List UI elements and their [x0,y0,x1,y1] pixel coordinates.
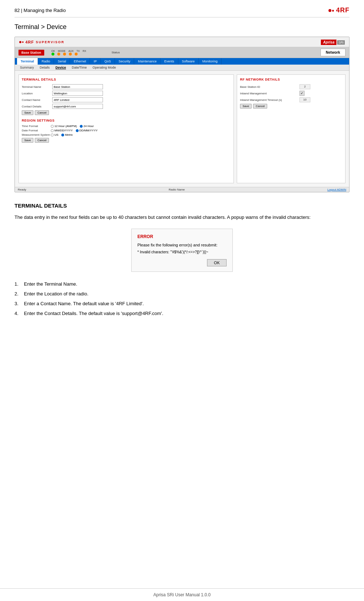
time-format-row: Time Format 12 Hour (AM/PM) 24 Hour [22,124,231,128]
nav-tab-events[interactable]: Events [161,58,178,65]
sup-logo-sub: SUPERVISOR [36,40,65,44]
status-bar: Ready Radio Name Logout ADMIN [15,187,349,192]
nav-tab-software[interactable]: Software [178,58,199,65]
base-station-button[interactable]: Base Station [18,50,44,56]
terminal-cancel-button[interactable]: Cancel [35,110,49,115]
sub-tab-details[interactable]: Details [37,65,53,70]
base-station-id-row: Base Station ID 2 [240,84,342,89]
page-footer: Aprisa SRi User Manual 1.0.0 [0,588,364,601]
logo-text: 4RF [336,7,349,14]
supervisor-header: 4RF SUPERVISOR AprisaSRi [15,37,349,47]
sub-tab-datetime[interactable]: Date/Time [69,65,90,70]
nav-tab-terminal[interactable]: Terminal [17,58,38,65]
footer-text: Aprisa SRi User Manual 1.0.0 [153,592,211,597]
mode-light [57,53,60,56]
contact-details-label: Contact Details [22,105,51,108]
network-tab-header: Network [320,49,346,56]
error-message: Please fix the following error(s) and re… [137,242,227,248]
page-title: Terminal > Device [15,23,349,31]
contact-name-row: Contact Name [22,97,231,102]
inband-mgmt-row: Inband Management ✓ [240,91,342,96]
sub-tab-device[interactable]: Device [53,65,69,70]
nav-tab-ip[interactable]: IP [90,58,101,65]
aprisa-badge: AprisaSRi [321,39,345,45]
measurement-row: Measurement System US Metric [22,133,231,136]
list-item: 3. Enter a Contact Name. The default val… [15,300,349,308]
terminal-details-title: TERMINAL DETAILS [22,78,231,81]
inband-timeout-row: Inband Management Timeout (s) 10 [240,97,342,102]
rf-save-button[interactable]: Save [240,104,252,109]
date-format-row: Date Format MM/DD/YYYY DD/MM/YYYY [22,129,231,132]
status-labels: OK MODE AUX TX RX [51,50,86,52]
sub-tab-summary[interactable]: Summary [17,65,37,70]
inband-timeout-label: Inband Management Timeout (s) [240,98,298,102]
nav-tab-qos[interactable]: QoS [101,58,115,65]
radio-metric-circle [61,134,64,136]
region-cancel-button[interactable]: Cancel [35,138,49,143]
logo-4rf: 4RF [328,7,349,14]
contact-details-row: Contact Details [22,104,231,109]
tx-light [69,53,72,56]
region-btn-row: Save Cancel [22,138,231,143]
nav-tab-security[interactable]: Security [115,58,135,65]
inband-mgmt-checkbox[interactable]: ✓ [299,91,305,96]
nav-tab-radio[interactable]: Radio [38,58,54,65]
inband-timeout-value: 10 [299,97,310,102]
radio-us-circle [51,134,54,136]
sri-label: SRi [337,40,345,45]
location-label: Location [22,92,51,95]
error-detail: * Invalid characters: '"#$%&')(*/:<=>?][… [137,250,227,254]
measurement-us[interactable]: US [51,133,58,136]
radio-12h-circle [51,125,54,128]
nav-tabs: Terminal Radio Serial Ethernet IP QoS Se… [15,58,349,65]
sub-tab-operating-mode[interactable]: Operating Mode [90,65,119,70]
measurement-options: US Metric [51,133,73,136]
screenshot-box: 4RF SUPERVISOR AprisaSRi Base Station OK… [15,37,349,192]
time-format-label: Time Format [22,124,51,128]
nav-tab-maintenance[interactable]: Maintenance [134,58,161,65]
rf-cancel-button[interactable]: Cancel [253,104,267,109]
supervisor-logo: 4RF SUPERVISOR [19,40,65,44]
region-save-button[interactable]: Save [22,138,33,143]
list-item: 1. Enter the Terminal Name. [15,281,349,288]
terminal-name-label: Terminal Name [22,85,51,89]
list-item: 4. Enter the Contact Details. The defaul… [15,310,349,318]
date-format-mdy[interactable]: MM/DD/YYYY [51,129,73,132]
instructions-list: 1. Enter the Terminal Name. 2. Enter the… [15,281,349,317]
region-settings-title: REGION SETTINGS [22,119,231,122]
contact-details-input[interactable] [52,104,103,109]
time-format-24h[interactable]: 24 Hour [80,124,94,128]
terminal-name-input[interactable] [52,84,103,89]
content-area: TERMINAL DETAILS Terminal Name Location … [15,71,349,187]
base-station-id-label: Base Station ID [240,85,298,89]
date-format-options: MM/DD/YYYY DD/MM/YYYY [51,129,98,132]
station-bar: Base Station OK MODE AUX TX RX Status [15,47,349,58]
nav-tab-ethernet[interactable]: Ethernet [70,58,90,65]
status-indicators: OK MODE AUX TX RX [51,50,86,56]
logout-link[interactable]: Logout ADMIN [327,188,346,191]
aprisa-label: Aprisa [321,40,336,45]
rf-network-title: RF NETWORK DETAILS [240,78,342,81]
date-format-label: Date Format [22,129,51,132]
nav-tab-serial[interactable]: Serial [54,58,70,65]
error-ok-button[interactable]: OK [207,259,227,266]
ok-light [51,53,54,56]
measurement-label: Measurement System [22,133,51,136]
rf-btn-row: Save Cancel [240,104,342,109]
terminal-save-button[interactable]: Save [22,110,33,115]
status-word: Status [112,51,120,54]
right-panel: RF NETWORK DETAILS Base Station ID 2 Inb… [237,74,346,183]
location-row: Location [22,91,231,96]
radio-name-label: Radio Name [169,188,185,191]
section-heading: TERMINAL DETAILS [15,203,349,209]
nav-tab-monitoring[interactable]: Monitoring [199,58,222,65]
time-format-options: 12 Hour (AM/PM) 24 Hour [51,124,94,128]
location-input[interactable] [52,91,103,96]
sub-tabs: Summary Details Device Date/Time Operati… [15,65,349,71]
date-format-dmy[interactable]: DD/MM/YYYY [76,129,98,132]
chapter-label: 82 | Managing the Radio [15,8,66,13]
time-format-12h[interactable]: 12 Hour (AM/PM) [51,124,77,128]
contact-name-input[interactable] [52,97,103,102]
measurement-metric[interactable]: Metric [61,133,73,136]
aux-light [63,53,66,56]
